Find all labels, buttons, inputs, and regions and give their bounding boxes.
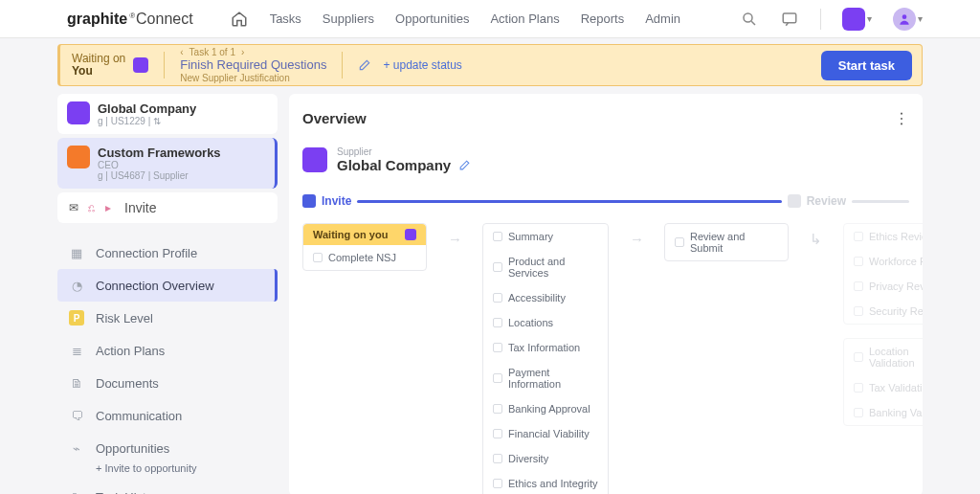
sidebar-item-communication[interactable]: 🗨 Communication — [57, 399, 278, 432]
flow-col-validations: Location ValidationTax ValidationBanking… — [843, 338, 923, 426]
chevron-down-icon: ▾ — [867, 13, 872, 24]
link-icon: ⎌ — [84, 201, 98, 214]
task-review-submit[interactable]: Review and Submit — [665, 224, 788, 260]
nav-reports[interactable]: Reports — [581, 11, 625, 26]
task-banner: Waiting onYou ‹ Task 1 of 1 › Finish Req… — [57, 44, 923, 86]
task-pager[interactable]: ‹ Task 1 of 1 › — [180, 47, 326, 57]
update-status-link[interactable]: + update status — [383, 58, 461, 72]
phase-review[interactable]: Review — [788, 194, 846, 208]
svg-point-2 — [902, 14, 907, 19]
doc-icon: 🗎 — [69, 375, 84, 391]
review-phase-icon — [788, 194, 801, 208]
risk-badge-icon: P — [69, 310, 84, 326]
sidebar-item-task-history[interactable]: ↻ Task History — [57, 481, 278, 494]
search-icon[interactable] — [740, 10, 759, 29]
sidebar-item-documents[interactable]: 🗎 Documents — [57, 367, 278, 399]
flow-col-waiting[interactable]: Waiting on you Complete NSJ — [302, 223, 427, 271]
invite-button[interactable]: ✉︎ ⎌ ▸ Invite — [57, 192, 278, 223]
history-icon: ↻ — [69, 489, 84, 494]
more-menu-icon[interactable]: ⋯ — [893, 111, 911, 126]
company-card-global[interactable]: Global Company g | US1229 | ⇅ — [57, 94, 278, 134]
chevron-left-icon[interactable]: ‹ — [180, 47, 183, 57]
company-logo-icon — [67, 146, 90, 168]
nav-action-plans[interactable]: Action Plans — [490, 11, 559, 26]
sidebar-item-conn-profile[interactable]: ▦ Connection Profile — [57, 236, 278, 269]
sidebar-item-conn-overview[interactable]: ◔ Connection Overview — [57, 269, 278, 302]
arrow-right-icon: ▸ — [101, 201, 115, 214]
nav-suppliers[interactable]: Suppliers — [323, 11, 374, 26]
edit-icon[interactable] — [358, 58, 371, 72]
company-card-custom[interactable]: Custom Frameworks CEO g | US4687 | Suppl… — [57, 138, 278, 189]
arrow-right-icon: → — [448, 231, 461, 247]
tag-icon: ⌁ — [69, 440, 84, 456]
task-item[interactable]: Product and Services — [483, 249, 608, 285]
task-item[interactable]: Summary — [483, 224, 608, 249]
top-nav: graphiteConnect Tasks Suppliers Opportun… — [0, 0, 980, 38]
arrow-split-icon: ↳ — [810, 231, 822, 248]
workspace-menu[interactable]: ▾ — [842, 8, 872, 31]
nav-admin[interactable]: Admin — [645, 11, 680, 26]
phase-invite[interactable]: Invite — [302, 194, 351, 208]
chat-icon: 🗨 — [69, 408, 84, 423]
task-item[interactable]: Banking Validation — [844, 400, 923, 425]
workspace-avatar-icon — [842, 8, 865, 31]
sidebar-item-opportunities[interactable]: ⌁ Opportunities — [57, 432, 278, 464]
task-subtitle: New Supplier Justification — [180, 73, 326, 83]
overview-icon: ◔ — [69, 278, 84, 293]
task-complete-nsj[interactable]: Complete NSJ — [303, 245, 426, 270]
svg-rect-1 — [783, 13, 796, 23]
user-menu[interactable]: ▾ — [893, 8, 923, 31]
task-item[interactable]: Ethics Review — [844, 224, 923, 249]
task-item[interactable]: Tax Validation — [844, 375, 923, 400]
task-item[interactable]: Privacy Review — [844, 274, 923, 299]
task-item[interactable]: Tax Information — [483, 335, 608, 360]
workflow: Waiting on you Complete NSJ → SummaryPro… — [302, 223, 909, 494]
org-tree-icon: ⇅ — [153, 116, 161, 126]
nav-tasks[interactable]: Tasks — [270, 11, 301, 26]
flow-col-review-submit[interactable]: Review and Submit — [664, 223, 789, 261]
task-item[interactable]: Location Validation — [844, 339, 923, 375]
user-avatar-icon — [893, 8, 916, 31]
profile-icon: ▦ — [69, 245, 84, 260]
task-item[interactable]: Financial Viability — [483, 421, 608, 446]
edit-supplier-icon[interactable] — [458, 159, 471, 171]
task-item[interactable]: Workforce Review — [844, 249, 923, 274]
chevron-right-icon[interactable]: › — [241, 47, 244, 57]
task-item[interactable]: Banking Approval — [483, 396, 608, 421]
arrow-right-icon: → — [630, 231, 643, 247]
waiting-on-label: Waiting onYou — [72, 53, 125, 78]
supplier-logo-icon — [302, 147, 327, 172]
messages-icon[interactable] — [780, 10, 799, 29]
task-item[interactable]: Security Review — [844, 299, 923, 324]
sidebar-sub-invite-opp[interactable]: + Invite to opportunity — [57, 460, 278, 475]
supplier-label: Supplier — [337, 146, 471, 157]
svg-point-0 — [744, 13, 752, 22]
flow-col-reviews: Ethics ReviewWorkforce ReviewPrivacy Rev… — [843, 223, 923, 325]
home-icon[interactable] — [230, 10, 249, 29]
list-icon: ≣ — [69, 343, 84, 358]
sidebar-item-risk[interactable]: P Risk Level — [57, 302, 278, 334]
invite-phase-icon — [302, 194, 316, 208]
phase-bar: Invite Review — [302, 194, 909, 208]
nav-opportunities[interactable]: Opportunities — [395, 11, 469, 26]
supplier-name: Global Company — [337, 157, 471, 173]
sidebar: Global Company g | US1229 | ⇅ Custom Fra… — [57, 94, 278, 494]
mail-icon: ✉︎ — [67, 201, 80, 214]
task-item[interactable]: Accessibility — [483, 285, 608, 310]
task-item[interactable]: Payment Information — [483, 360, 608, 396]
waiting-avatar-icon — [133, 57, 148, 73]
start-task-button[interactable]: Start task — [821, 51, 912, 80]
brand-logo[interactable]: graphiteConnect — [67, 11, 193, 28]
task-item[interactable]: Locations — [483, 310, 608, 335]
task-item[interactable]: Ethics and Integrity — [483, 471, 608, 494]
flow-header-waiting: Waiting on you — [303, 224, 426, 245]
chevron-down-icon: ▾ — [918, 13, 923, 24]
flow-col-forms[interactable]: SummaryProduct and ServicesAccessibility… — [482, 223, 609, 494]
assignee-avatar-icon — [405, 229, 416, 240]
page-title: Overview — [302, 110, 367, 126]
content-panel: Overview ⋯ Supplier Global Company Invit… — [289, 94, 923, 494]
company-logo-icon — [67, 101, 90, 124]
task-title[interactable]: Finish Required Questions — [180, 57, 326, 72]
sidebar-item-action-plans[interactable]: ≣ Action Plans — [57, 334, 278, 367]
task-item[interactable]: Diversity — [483, 446, 608, 471]
